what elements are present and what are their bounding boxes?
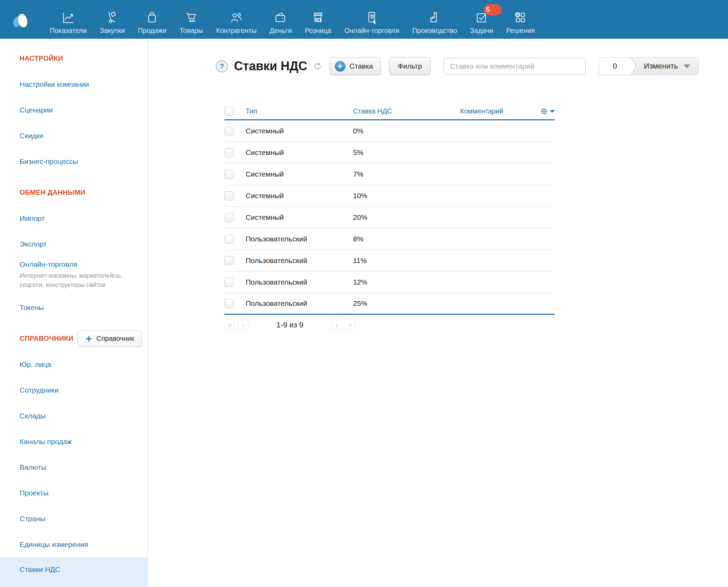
sidebar-item-employees[interactable]: Сотрудники — [0, 377, 148, 403]
sidebar-section-settings: НАСТРОЙКИ Настройки компании Сценарии Ск… — [0, 46, 148, 174]
last-page-button[interactable]: » — [345, 320, 355, 330]
handtruck-icon — [105, 10, 120, 25]
cart-icon — [184, 10, 199, 25]
row-checkbox[interactable] — [224, 127, 234, 136]
sidebar-item-projects[interactable]: Проекты — [0, 480, 148, 506]
nav-item-goods[interactable]: Товары — [173, 0, 210, 39]
column-header-rate[interactable]: Ставка НДС — [353, 107, 460, 115]
sidebar-item-legal-entities[interactable]: Юр. лица — [0, 351, 148, 377]
sidebar-item-discounts[interactable]: Скидки — [0, 123, 148, 148]
nav-item-solutions[interactable]: Решения — [500, 0, 541, 39]
page-header: ? Ставки НДС Ставка Фильтр 0 Изменить — [216, 57, 728, 76]
tasks-count-badge: 5 — [484, 4, 502, 15]
nav-item-retail[interactable]: Розница — [298, 0, 338, 39]
column-header-type[interactable]: Тип — [246, 107, 353, 115]
row-checkbox[interactable] — [224, 213, 234, 222]
select-all-checkbox[interactable] — [224, 107, 234, 116]
edit-dropdown-button[interactable]: Изменить — [631, 57, 699, 75]
sidebar-item-online-trade[interactable]: Онлайн-торговля Интернет-магазины, марке… — [0, 257, 148, 295]
chevron-down-icon — [683, 64, 690, 68]
wallet-icon — [273, 10, 288, 25]
help-icon[interactable]: ? — [216, 60, 228, 72]
main-content: ? Ставки НДС Ставка Фильтр 0 Изменить — [148, 39, 728, 587]
sidebar-item-scenarios[interactable]: Сценарии — [0, 97, 148, 123]
chart-line-icon — [61, 10, 76, 25]
add-directory-button[interactable]: Справочник — [78, 331, 142, 347]
nav-item-online-trade[interactable]: Онлайн-торговля — [338, 0, 406, 39]
nav-items: Показатели Закупки Продажи — [43, 0, 541, 39]
pagination-label: 1-9 из 9 — [251, 321, 329, 330]
nav-item-production[interactable]: Производство — [406, 0, 463, 39]
plus-icon — [335, 61, 345, 72]
page-title: Ставки НДС — [234, 59, 307, 73]
search-input[interactable] — [444, 58, 586, 74]
online-trade-subtitle: Интернет-магазины, маркетплейсы, соцсети… — [20, 271, 133, 290]
sidebar-item-vat-rates[interactable]: Ставки НДС — [0, 557, 148, 587]
section-title-data-exchange: ОБМЕН ДАННЫМИ — [0, 180, 148, 205]
table-row[interactable]: Системный 20% — [224, 207, 555, 228]
nav-item-sales[interactable]: Продажи — [131, 0, 173, 39]
vat-rates-table: Тип Ставка НДС Комментарий Системный 0% — [224, 103, 555, 315]
sidebar-item-currencies[interactable]: Валюты — [0, 454, 148, 480]
settings-sidebar: НАСТРОЙКИ Настройки компании Сценарии Ск… — [0, 39, 148, 587]
top-navigation: Показатели Закупки Продажи — [0, 0, 728, 39]
sidebar-item-units[interactable]: Единицы измерения — [0, 531, 148, 557]
sidebar-section-data-exchange: ОБМЕН ДАННЫМИ Импорт Экспорт Онлайн-торг… — [0, 180, 148, 320]
row-checkbox[interactable] — [224, 191, 234, 201]
table-row[interactable]: Системный 7% — [224, 164, 555, 185]
row-checkbox[interactable] — [224, 170, 234, 179]
table-header: Тип Ставка НДС Комментарий — [224, 103, 555, 120]
section-title-directories: СПРАВОЧНИКИ Справочник — [0, 326, 148, 351]
table-row[interactable]: Системный 5% — [224, 142, 555, 164]
chevron-down-icon — [550, 110, 555, 113]
nav-item-tasks[interactable]: 5 Задачи — [463, 0, 500, 39]
gear-icon — [540, 107, 548, 115]
pagination: « ‹ 1-9 из 9 › » — [224, 320, 355, 330]
row-checkbox[interactable] — [224, 256, 234, 265]
apps-grid-icon — [513, 10, 528, 25]
sidebar-item-company-settings[interactable]: Настройки компании — [0, 71, 148, 97]
sidebar-section-directories: СПРАВОЧНИКИ Справочник Юр. лица Сотрудни… — [0, 326, 148, 587]
refresh-icon[interactable] — [313, 62, 322, 71]
sidebar-item-import[interactable]: Импорт — [0, 205, 148, 231]
sidebar-item-tokens[interactable]: Токены — [0, 295, 148, 320]
sidebar-item-export[interactable]: Экспорт — [0, 231, 148, 257]
storefront-icon — [310, 10, 326, 25]
nav-item-indicators[interactable]: Показатели — [43, 0, 93, 39]
row-checkbox[interactable] — [224, 148, 234, 157]
table-row[interactable]: Пользовательский 25% — [224, 293, 555, 315]
first-page-button[interactable]: « — [224, 320, 235, 330]
phone-commerce-icon — [364, 10, 379, 25]
next-page-button[interactable]: › — [331, 320, 342, 330]
table-row[interactable]: Пользовательский 12% — [224, 272, 555, 293]
nav-item-purchases[interactable]: Закупки — [93, 0, 131, 39]
table-row[interactable]: Пользовательский 8% — [224, 228, 555, 250]
table-row[interactable]: Системный 10% — [224, 185, 555, 207]
prev-page-button[interactable]: ‹ — [238, 320, 248, 330]
nav-item-money[interactable]: Деньги — [263, 0, 298, 39]
sidebar-item-countries[interactable]: Страны — [0, 506, 148, 531]
table-row[interactable]: Пользовательский 11% — [224, 250, 555, 272]
nav-item-counterparties[interactable]: Контрагенты — [210, 0, 263, 39]
row-checkbox[interactable] — [224, 235, 234, 244]
filter-button[interactable]: Фильтр — [389, 57, 431, 75]
moysklad-logo[interactable] — [9, 8, 32, 31]
column-header-comment[interactable]: Комментарий — [460, 107, 538, 115]
section-title-settings: НАСТРОЙКИ — [0, 46, 148, 71]
row-checkbox[interactable] — [224, 299, 234, 308]
selection-count: 0 — [599, 57, 631, 75]
column-settings-button[interactable] — [540, 107, 555, 115]
row-checkbox[interactable] — [224, 278, 234, 287]
plus-icon — [85, 335, 92, 342]
table-row[interactable]: Системный 0% — [224, 120, 555, 142]
shopping-bag-icon — [144, 10, 160, 25]
selection-control: 0 Изменить — [599, 57, 699, 75]
sidebar-item-warehouses[interactable]: Склады — [0, 403, 148, 429]
people-icon — [229, 10, 244, 25]
sidebar-item-business-processes[interactable]: Бизнес-процессы — [0, 148, 148, 174]
sidebar-item-sales-channels[interactable]: Каналы продаж — [0, 429, 148, 454]
add-vat-rate-button[interactable]: Ставка — [330, 57, 381, 75]
production-icon — [427, 10, 442, 25]
